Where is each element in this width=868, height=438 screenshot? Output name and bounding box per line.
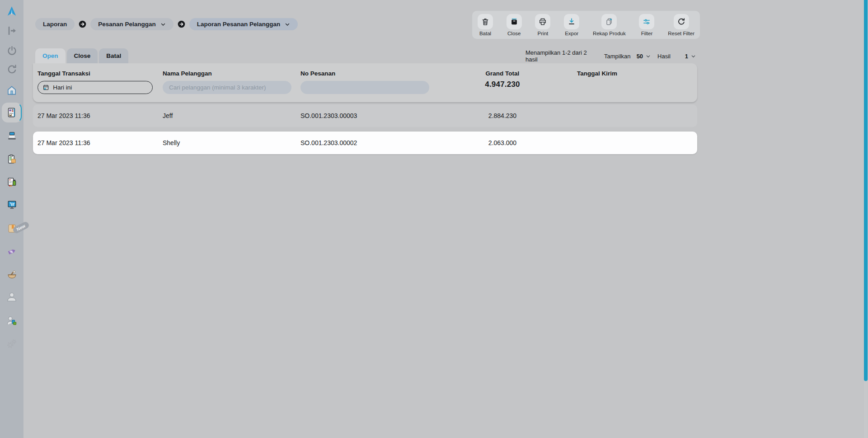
filter-label: Nama Pelanggan [163, 70, 300, 77]
mortar-icon[interactable] [2, 264, 22, 284]
supplier-icon[interactable] [2, 311, 22, 331]
report-icon [6, 107, 17, 118]
breadcrumb-laporan[interactable]: Laporan [35, 18, 75, 30]
reset-icon [674, 14, 689, 29]
no-pesanan-input[interactable] [300, 81, 429, 94]
settings-icon[interactable] [2, 334, 22, 353]
status-tabs: Open Close Batal [35, 48, 128, 63]
grand-total-label: Grand Total [457, 70, 548, 77]
tanggal-kirim-column: Tanggal Kirim [577, 70, 697, 81]
online-store-icon[interactable] [2, 195, 22, 215]
sidebar [0, 0, 23, 438]
cell-customer: Jeff [163, 112, 300, 119]
archive-box-icon [507, 14, 522, 29]
hasil-label: Hasil [657, 53, 671, 60]
sliders-icon [639, 14, 654, 29]
tampilkan-label: Tampilkan [604, 53, 631, 60]
tanggal-transaksi-input[interactable] [38, 81, 153, 94]
expor-button[interactable]: Expor [564, 14, 579, 36]
tab-open[interactable]: Open [35, 48, 66, 63]
tool-label: Filter [641, 31, 653, 36]
breadcrumb-laporan-pesanan-pelanggan[interactable]: Laporan Pesanan Pelanggan [189, 18, 298, 30]
chevron-down-icon [285, 22, 290, 27]
filter-label: Tanggal Transaksi [38, 70, 163, 77]
filter-panel: Tanggal Transaksi Nama Pelanggan No Pesa… [33, 63, 697, 102]
breadcrumb-label: Laporan Pesanan Pelanggan [197, 21, 281, 28]
breadcrumb-arrow-icon [79, 20, 86, 28]
tab-close[interactable]: Close [67, 48, 98, 63]
tool-label: Expor [565, 31, 578, 36]
scrollbar-thumb[interactable] [864, 0, 868, 381]
filter-button[interactable]: Filter [639, 14, 654, 36]
prescription-icon[interactable] [2, 172, 22, 192]
tool-label: Rekap Produk [593, 31, 626, 36]
clipboard-icon[interactable] [2, 149, 22, 169]
page-select[interactable]: 1 [685, 53, 696, 60]
download-icon [564, 14, 579, 29]
filter-tanggal-transaksi: Tanggal Transaksi [38, 70, 163, 94]
cell-grand-total: 2.063.000 [457, 139, 548, 146]
breadcrumb-arrow-icon [178, 20, 185, 28]
cell-order-no: SO.001.2303.00003 [300, 112, 457, 119]
page-value: 1 [685, 53, 688, 60]
toolbar: Batal Close Print Expor Rekap Produk Fil… [472, 11, 700, 39]
tab-batal[interactable]: Batal [99, 48, 128, 63]
cash-register-icon[interactable] [2, 126, 22, 146]
page-size-select[interactable]: 50 [637, 53, 651, 60]
filter-label: No Pesanan [300, 70, 457, 77]
batal-button[interactable]: Batal [478, 14, 493, 36]
nama-pelanggan-input[interactable] [163, 81, 291, 94]
breadcrumb: Laporan Pesanan Pelanggan Laporan Pesana… [35, 18, 298, 30]
sidebar-item-laporan[interactable] [2, 103, 22, 122]
cell-date: 27 Mar 2023 11:36 [38, 139, 163, 146]
tanggal-kirim-label: Tanggal Kirim [577, 70, 697, 77]
home-icon[interactable] [2, 80, 22, 100]
trash-icon [478, 14, 493, 29]
calendar-icon [42, 84, 49, 91]
reset-filter-button[interactable]: Reset Filter [668, 14, 694, 36]
tool-label: Batal [479, 31, 491, 36]
refresh-icon[interactable] [2, 59, 22, 79]
filter-nama-pelanggan: Nama Pelanggan [163, 70, 300, 94]
breadcrumb-label: Laporan [43, 21, 67, 28]
page-size-value: 50 [637, 53, 643, 60]
grand-total-column: Grand Total 4.947.230 [457, 70, 548, 89]
rekap-produk-button[interactable]: Rekap Produk [593, 14, 626, 36]
filter-no-pesanan: No Pesanan [300, 70, 457, 94]
cell-order-no: SO.001.2303.00002 [300, 139, 457, 146]
tool-label: Close [507, 31, 521, 36]
results-summary: Menampilkan 1-2 dari 2 hasil [525, 49, 596, 63]
tool-label: Print [538, 31, 549, 36]
chevron-down-icon [691, 54, 696, 59]
table-row[interactable]: 27 Mar 2023 11:36 Shelly SO.001.2303.000… [33, 132, 697, 154]
table-row[interactable]: 27 Mar 2023 11:36 Jeff SO.001.2303.00003… [33, 104, 697, 127]
close-button[interactable]: Close [507, 14, 522, 36]
copy-clipboard-icon [601, 14, 617, 29]
brand-logo [2, 1, 22, 21]
breadcrumb-pesanan-pelanggan[interactable]: Pesanan Pelanggan [90, 18, 174, 30]
tool-label: Reset Filter [668, 31, 694, 36]
cell-grand-total: 2.884.230 [457, 112, 548, 119]
print-button[interactable]: Print [535, 14, 550, 36]
breadcrumb-label: Pesanan Pelanggan [98, 21, 156, 28]
pagination-bar: Menampilkan 1-2 dari 2 hasil Tampilkan 5… [525, 52, 696, 60]
cell-customer: Shelly [163, 139, 300, 146]
chevron-down-icon [160, 22, 166, 27]
scrollbar-track[interactable] [864, 0, 868, 438]
printer-icon [535, 14, 550, 29]
tanggal-transaksi-value[interactable] [53, 84, 148, 91]
chevron-down-icon [646, 54, 651, 59]
power-icon[interactable] [2, 41, 22, 61]
voucher-icon[interactable] [2, 241, 22, 261]
grand-total-value: 4.947.230 [457, 80, 548, 89]
customer-icon[interactable] [2, 287, 22, 307]
logout-icon[interactable] [2, 21, 22, 41]
cell-date: 27 Mar 2023 11:36 [38, 112, 163, 119]
